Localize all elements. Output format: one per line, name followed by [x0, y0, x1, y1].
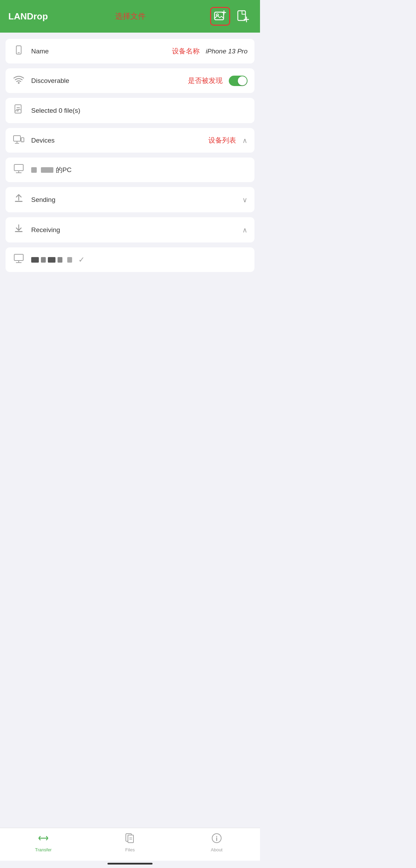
discoverable-card: Discoverable 是否被发现: [6, 68, 254, 93]
app-title: LANDrop: [8, 11, 48, 22]
pc-icon: [12, 164, 25, 176]
receiving-icon: [12, 223, 25, 236]
receiving-label: Receiving: [31, 226, 236, 234]
name-row[interactable]: Name 设备名称 iPhone 13 Pro: [6, 39, 254, 63]
svg-rect-26: [14, 254, 23, 261]
add-file-icon: [237, 10, 249, 23]
sending-header-row[interactable]: Sending ∨: [6, 187, 254, 212]
pc-device-row[interactable]: 的PC: [6, 158, 254, 182]
home-indicator: [107, 863, 153, 865]
devices-card: Devices 设备列表 ∧: [6, 128, 254, 153]
received-check-icon: ✓: [78, 255, 85, 264]
name-annotation: 设备名称: [172, 46, 200, 56]
selected-files-card: Selected 0 file(s): [6, 98, 254, 123]
discoverable-annotation: 是否被发现: [188, 76, 223, 85]
toggle-knob: [238, 76, 247, 85]
received-device-row[interactable]: ✓: [6, 247, 254, 272]
files-label: Files: [125, 847, 135, 852]
files-icon: [125, 833, 135, 846]
transfer-icon: [38, 833, 49, 846]
select-image-button[interactable]: [210, 7, 230, 26]
header-actions: [210, 7, 252, 26]
received-device-name: [31, 257, 72, 263]
sending-chevron-down: ∨: [242, 196, 248, 204]
devices-header-row[interactable]: Devices 设备列表 ∧: [6, 128, 254, 153]
pc-name: 的PC: [31, 165, 71, 175]
spacer: [0, 553, 260, 828]
sending-card: Sending ∨: [6, 187, 254, 212]
about-icon: [211, 833, 222, 846]
selected-files-row[interactable]: Selected 0 file(s): [6, 98, 254, 123]
name-card: Name 设备名称 iPhone 13 Pro: [6, 39, 254, 63]
selected-files-label: Selected 0 file(s): [31, 107, 248, 114]
bottom-navigation: Transfer Files About: [0, 828, 260, 861]
receiving-card: Receiving ∧: [6, 217, 254, 242]
devices-annotation: 设备列表: [208, 136, 236, 145]
nav-about[interactable]: About: [203, 833, 231, 852]
add-image-icon: [214, 10, 226, 23]
discoverable-row[interactable]: Discoverable 是否被发现: [6, 68, 254, 93]
discoverable-toggle[interactable]: [229, 76, 248, 86]
svg-rect-19: [14, 164, 23, 171]
received-device-card: ✓: [6, 247, 254, 272]
devices-chevron-up: ∧: [242, 136, 248, 145]
nav-files[interactable]: Files: [116, 833, 144, 852]
received-pc-icon: [12, 254, 25, 266]
discoverable-label: Discoverable: [31, 77, 179, 85]
svg-point-9: [18, 82, 20, 84]
wifi-icon: [12, 75, 25, 87]
svg-rect-22: [15, 201, 23, 202]
phone-icon: [12, 45, 25, 57]
sending-label: Sending: [31, 196, 236, 204]
select-files-label: 选择文件: [115, 11, 146, 22]
receiving-chevron-up: ∧: [242, 226, 248, 234]
svg-point-36: [216, 836, 217, 837]
main-content: Name 设备名称 iPhone 13 Pro Discoverable 是否被…: [0, 33, 260, 553]
file-icon: [12, 104, 25, 117]
select-file-button[interactable]: [234, 8, 252, 25]
app-header: LANDrop 选择文件: [0, 0, 260, 33]
svg-rect-14: [14, 136, 20, 141]
devices-icon: [12, 134, 25, 146]
nav-transfer[interactable]: Transfer: [29, 833, 57, 852]
svg-rect-31: [128, 835, 133, 843]
svg-rect-24: [15, 231, 23, 232]
about-label: About: [211, 847, 223, 852]
receiving-header-row[interactable]: Receiving ∧: [6, 217, 254, 242]
pc-device-card: 的PC: [6, 158, 254, 182]
svg-rect-0: [215, 12, 224, 20]
transfer-label: Transfer: [35, 847, 52, 852]
name-value: iPhone 13 Pro: [206, 48, 248, 55]
name-label: Name: [31, 48, 163, 55]
sending-icon: [12, 193, 25, 206]
devices-label: Devices: [31, 137, 199, 144]
